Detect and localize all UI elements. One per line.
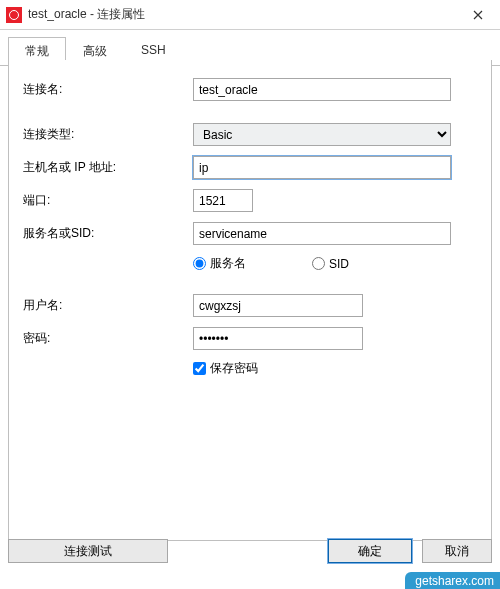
test-connection-button[interactable]: 连接测试: [8, 539, 168, 563]
host-input[interactable]: [193, 156, 451, 179]
radio-service-input[interactable]: [193, 257, 206, 270]
radio-service-label: 服务名: [210, 255, 246, 272]
password-input[interactable]: [193, 327, 363, 350]
port-input[interactable]: [193, 189, 253, 212]
radio-sid[interactable]: SID: [312, 257, 349, 271]
label-host: 主机名或 IP 地址:: [23, 159, 193, 176]
close-button[interactable]: [455, 0, 500, 30]
oracle-icon: [6, 7, 22, 23]
label-conn-type: 连接类型:: [23, 126, 193, 143]
window-title: test_oracle - 连接属性: [28, 6, 455, 23]
titlebar: test_oracle - 连接属性: [0, 0, 500, 30]
tab-panel-general: 连接名: 连接类型: Basic 主机名或 IP 地址: 端口: 服务名或SID…: [8, 60, 492, 541]
watermark: getsharex.com: [405, 572, 500, 589]
conn-name-input[interactable]: [193, 78, 451, 101]
ok-button[interactable]: 确定: [328, 539, 412, 563]
service-input[interactable]: [193, 222, 451, 245]
radio-service[interactable]: 服务名: [193, 255, 246, 272]
dialog-footer: 连接测试 确定 取消: [8, 537, 492, 565]
label-port: 端口:: [23, 192, 193, 209]
radio-sid-input[interactable]: [312, 257, 325, 270]
label-service-sid: 服务名或SID:: [23, 225, 193, 242]
conn-type-select[interactable]: Basic: [193, 123, 451, 146]
save-password-checkbox[interactable]: [193, 362, 206, 375]
save-password-check[interactable]: 保存密码: [193, 360, 258, 377]
save-password-label: 保存密码: [210, 360, 258, 377]
label-password: 密码:: [23, 330, 193, 347]
user-input[interactable]: [193, 294, 363, 317]
radio-sid-label: SID: [329, 257, 349, 271]
label-user: 用户名:: [23, 297, 193, 314]
label-conn-name: 连接名:: [23, 81, 193, 98]
cancel-button[interactable]: 取消: [422, 539, 492, 563]
